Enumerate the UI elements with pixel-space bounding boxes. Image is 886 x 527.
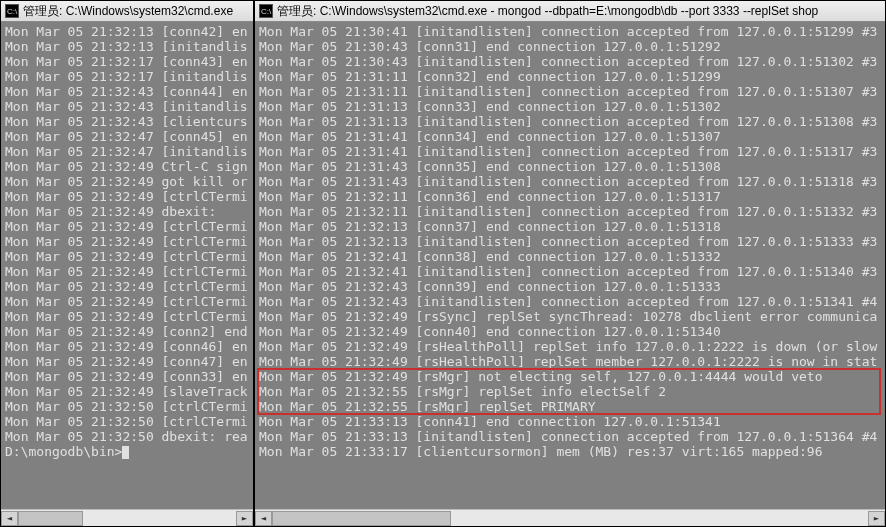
log-line: Mon Mar 05 21:30:41 [initandlisten] conn… bbox=[259, 24, 881, 39]
log-line: Mon Mar 05 21:32:49 [ctrlCTermi bbox=[5, 309, 249, 324]
log-line: Mon Mar 05 21:32:50 dbexit: rea bbox=[5, 429, 249, 444]
log-line: Mon Mar 05 21:32:17 [initandlis bbox=[5, 69, 249, 84]
log-line: Mon Mar 05 21:32:11 [conn36] end connect… bbox=[259, 189, 881, 204]
log-line: Mon Mar 05 21:32:49 [rsMgr] not electing… bbox=[259, 369, 881, 384]
log-line: Mon Mar 05 21:32:49 [rsSync] replSet syn… bbox=[259, 309, 881, 324]
log-line: Mon Mar 05 21:31:41 [initandlisten] conn… bbox=[259, 144, 881, 159]
log-line: Mon Mar 05 21:32:49 dbexit: bbox=[5, 204, 249, 219]
log-line: Mon Mar 05 21:32:49 [conn40] end connect… bbox=[259, 324, 881, 339]
log-line: Mon Mar 05 21:31:13 [initandlisten] conn… bbox=[259, 114, 881, 129]
title-text-left: 管理员: C:\Windows\system32\cmd.exe bbox=[23, 3, 233, 20]
log-line: Mon Mar 05 21:32:50 [ctrlCTermi bbox=[5, 414, 249, 429]
console-window-left: C:\ 管理员: C:\Windows\system32\cmd.exe Mon… bbox=[0, 0, 254, 527]
title-text-right: 管理员: C:\Windows\system32\cmd.exe - mongo… bbox=[277, 3, 818, 20]
log-line: Mon Mar 05 21:33:17 [clientcursormon] me… bbox=[259, 444, 881, 459]
cmd-icon: C:\ bbox=[5, 4, 19, 18]
scroll-track-left[interactable] bbox=[18, 511, 236, 526]
log-line: Mon Mar 05 21:31:43 [initandlisten] conn… bbox=[259, 174, 881, 189]
scroll-thumb-left[interactable] bbox=[18, 511, 83, 526]
log-line: D:\mongodb\bin> bbox=[5, 444, 249, 459]
log-line: Mon Mar 05 21:32:43 [initandlisten] conn… bbox=[259, 294, 881, 309]
scroll-thumb-right[interactable] bbox=[272, 511, 451, 526]
log-line: Mon Mar 05 21:32:13 [initandlis bbox=[5, 39, 249, 54]
scroll-right-button[interactable]: ► bbox=[236, 511, 253, 526]
log-line: Mon Mar 05 21:32:49 [rsHealthPoll] replS… bbox=[259, 339, 881, 354]
log-line: Mon Mar 05 21:32:49 [ctrlCTermi bbox=[5, 189, 249, 204]
scrollbar-h-left[interactable]: ◄ ► bbox=[1, 509, 253, 526]
log-line: Mon Mar 05 21:32:55 [rsMgr] replSet info… bbox=[259, 384, 881, 399]
log-line: Mon Mar 05 21:32:43 [conn44] en bbox=[5, 84, 249, 99]
log-line: Mon Mar 05 21:32:49 [ctrlCTermi bbox=[5, 249, 249, 264]
log-line: Mon Mar 05 21:32:49 [ctrlCTermi bbox=[5, 279, 249, 294]
log-line: Mon Mar 05 21:32:43 [initandlis bbox=[5, 99, 249, 114]
log-line: Mon Mar 05 21:33:13 [conn41] end connect… bbox=[259, 414, 881, 429]
log-line: Mon Mar 05 21:30:43 [conn31] end connect… bbox=[259, 39, 881, 54]
log-line: Mon Mar 05 21:32:49 Ctrl-C sign bbox=[5, 159, 249, 174]
log-line: Mon Mar 05 21:31:13 [conn33] end connect… bbox=[259, 99, 881, 114]
log-line: Mon Mar 05 21:32:13 [conn37] end connect… bbox=[259, 219, 881, 234]
log-line: Mon Mar 05 21:32:49 got kill or bbox=[5, 174, 249, 189]
title-bar-right[interactable]: C:\ 管理员: C:\Windows\system32\cmd.exe - m… bbox=[255, 1, 885, 22]
log-line: Mon Mar 05 21:31:41 [conn34] end connect… bbox=[259, 129, 881, 144]
title-bar-left[interactable]: C:\ 管理员: C:\Windows\system32\cmd.exe bbox=[1, 1, 253, 22]
log-line: Mon Mar 05 21:32:17 [conn43] en bbox=[5, 54, 249, 69]
terminal-output-left[interactable]: Mon Mar 05 21:32:13 [conn42] enMon Mar 0… bbox=[1, 22, 253, 509]
scroll-left-button[interactable]: ◄ bbox=[1, 511, 18, 526]
log-line: Mon Mar 05 21:32:49 [rsHealthPoll] replS… bbox=[259, 354, 881, 369]
scrollbar-h-right[interactable]: ◄ ► bbox=[255, 509, 885, 526]
cursor bbox=[122, 446, 129, 459]
scroll-right-button[interactable]: ► bbox=[868, 511, 885, 526]
log-line: Mon Mar 05 21:32:47 [conn45] en bbox=[5, 129, 249, 144]
log-line: Mon Mar 05 21:31:11 [initandlisten] conn… bbox=[259, 84, 881, 99]
log-line: Mon Mar 05 21:32:43 [clientcurs bbox=[5, 114, 249, 129]
log-line: Mon Mar 05 21:32:49 [conn33] en bbox=[5, 369, 249, 384]
log-line: Mon Mar 05 21:30:43 [initandlisten] conn… bbox=[259, 54, 881, 69]
log-line: Mon Mar 05 21:32:49 [conn46] en bbox=[5, 339, 249, 354]
log-line: Mon Mar 05 21:32:49 [slaveTrack bbox=[5, 384, 249, 399]
log-line: Mon Mar 05 21:32:49 [ctrlCTermi bbox=[5, 294, 249, 309]
console-window-right: C:\ 管理员: C:\Windows\system32\cmd.exe - m… bbox=[254, 0, 886, 527]
log-line: Mon Mar 05 21:32:47 [initandlis bbox=[5, 144, 249, 159]
log-line: Mon Mar 05 21:32:50 [ctrlCTermi bbox=[5, 399, 249, 414]
terminal-output-right[interactable]: Mon Mar 05 21:30:41 [initandlisten] conn… bbox=[255, 22, 885, 509]
log-line: Mon Mar 05 21:32:49 [ctrlCTermi bbox=[5, 264, 249, 279]
log-line: Mon Mar 05 21:32:41 [conn38] end connect… bbox=[259, 249, 881, 264]
log-line: Mon Mar 05 21:31:11 [conn32] end connect… bbox=[259, 69, 881, 84]
log-line: Mon Mar 05 21:32:55 [rsMgr] replSet PRIM… bbox=[259, 399, 881, 414]
log-line: Mon Mar 05 21:32:49 [conn47] en bbox=[5, 354, 249, 369]
log-line: Mon Mar 05 21:32:49 [conn2] end bbox=[5, 324, 249, 339]
log-line: Mon Mar 05 21:32:49 [ctrlCTermi bbox=[5, 219, 249, 234]
log-line: Mon Mar 05 21:32:49 [ctrlCTermi bbox=[5, 234, 249, 249]
log-line: Mon Mar 05 21:32:41 [initandlisten] conn… bbox=[259, 264, 881, 279]
log-line: Mon Mar 05 21:32:11 [initandlisten] conn… bbox=[259, 204, 881, 219]
scroll-track-right[interactable] bbox=[272, 511, 868, 526]
log-line: Mon Mar 05 21:33:13 [initandlisten] conn… bbox=[259, 429, 881, 444]
log-line: Mon Mar 05 21:31:43 [conn35] end connect… bbox=[259, 159, 881, 174]
cmd-icon: C:\ bbox=[259, 4, 273, 18]
log-line: Mon Mar 05 21:32:43 [conn39] end connect… bbox=[259, 279, 881, 294]
log-line: Mon Mar 05 21:32:13 [initandlisten] conn… bbox=[259, 234, 881, 249]
log-line: Mon Mar 05 21:32:13 [conn42] en bbox=[5, 24, 249, 39]
scroll-left-button[interactable]: ◄ bbox=[255, 511, 272, 526]
